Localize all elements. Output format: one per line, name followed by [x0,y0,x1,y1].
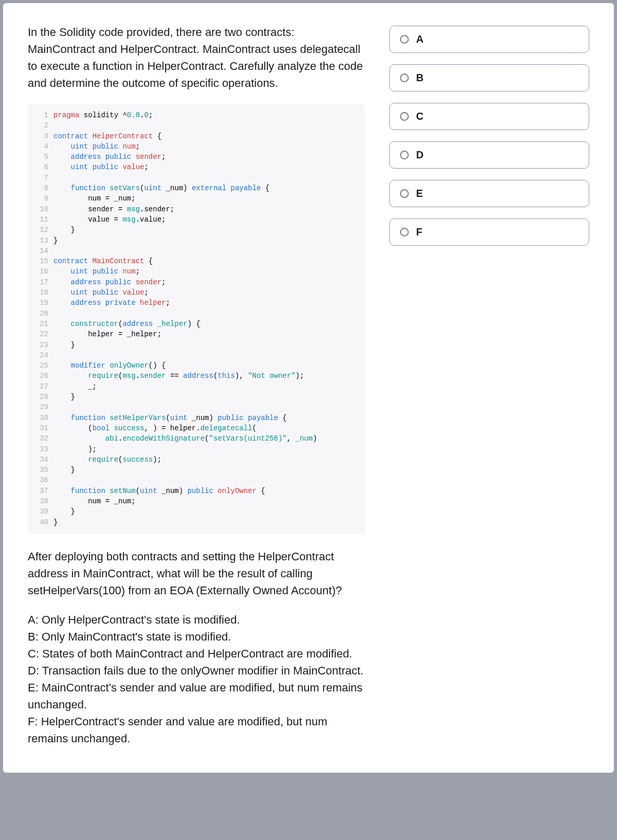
code-line: 38 num = _num; [35,496,356,506]
code-line: 2 [35,120,356,131]
option-label: B [416,72,423,84]
answer-text: E: MainContract's sender and value are m… [28,679,365,713]
code-line: 20 [35,308,356,319]
code-line: 7 [35,173,356,183]
code-line: 22 helper = _helper; [35,329,356,339]
code-line: 35 } [35,465,356,475]
intro-text: In the Solidity code provided, there are… [28,24,365,92]
option-e[interactable]: E [389,180,589,207]
code-line: 14 [35,246,356,256]
code-line: 25 modifier onlyOwner() { [35,360,356,371]
code-line: 39 } [35,506,356,517]
radio-icon [400,74,409,82]
answer-text: A: Only HelperContract's state is modifi… [28,611,365,628]
code-line: 12 } [35,225,356,235]
code-line: 3contract HelperContract { [35,131,356,141]
answer-list: A: Only HelperContract's state is modifi… [28,611,365,747]
code-line: 34 require(success); [35,454,356,465]
code-line: 5 address public sender; [35,152,356,162]
option-a[interactable]: A [389,26,589,53]
code-line: 28 } [35,392,356,402]
option-label: A [416,33,423,45]
code-line: 18 uint public value; [35,287,356,298]
radio-icon [400,151,409,159]
option-f[interactable]: F [389,218,589,246]
code-line: 36 [35,475,356,485]
code-line: 24 [35,350,356,360]
answer-text: D: Transaction fails due to the onlyOwne… [28,662,365,679]
code-line: 31 (bool success, ) = helper.delegatecal… [35,423,356,433]
option-label: F [416,226,422,238]
options-column: ABCDEF [389,24,589,747]
code-line: 8 function setVars(uint _num) external p… [35,183,356,193]
page-container: In the Solidity code provided, there are… [3,3,614,773]
radio-icon [400,189,409,198]
code-line: 30 function setHelperVars(uint _num) pub… [35,413,356,423]
code-line: 17 address public sender; [35,277,356,287]
answer-text: F: HelperContract's sender and value are… [28,713,365,747]
code-line: 32 abi.encodeWithSignature("setVars(uint… [35,433,356,444]
code-line: 21 constructor(address _helper) { [35,319,356,329]
option-label: E [416,188,423,199]
code-line: 37 function setNum(uint _num) public onl… [35,486,356,496]
code-line: 23 } [35,340,356,350]
code-line: 19 address private helper; [35,298,356,308]
code-line: 9 num = _num; [35,193,356,204]
answer-text: B: Only MainContract's state is modified… [28,628,365,645]
radio-icon [400,112,409,121]
code-line: 10 sender = msg.sender; [35,204,356,214]
radio-icon [400,35,409,44]
code-line: 13} [35,235,356,246]
code-line: 26 require(msg.sender == address(this), … [35,371,356,381]
option-label: C [416,111,423,122]
code-line: 15contract MainContract { [35,256,356,266]
answer-text: C: States of both MainContract and Helpe… [28,645,365,662]
code-line: 27 _; [35,381,356,392]
code-line: 1pragma solidity ^0.8.0; [35,110,356,120]
code-line: 4 uint public num; [35,141,356,152]
code-block: 1pragma solidity ^0.8.0;23contract Helpe… [28,104,365,534]
code-line: 11 value = msg.value; [35,214,356,225]
code-line: 33 ); [35,444,356,454]
question-text: After deploying both contracts and setti… [28,548,365,599]
option-d[interactable]: D [389,141,589,169]
code-line: 40} [35,517,356,527]
code-line: 29 [35,402,356,412]
option-label: D [416,149,423,161]
code-line: 16 uint public num; [35,266,356,277]
option-b[interactable]: B [389,64,589,92]
code-line: 6 uint public value; [35,162,356,172]
radio-icon [400,228,409,236]
left-column: In the Solidity code provided, there are… [28,24,365,747]
option-c[interactable]: C [389,103,589,130]
